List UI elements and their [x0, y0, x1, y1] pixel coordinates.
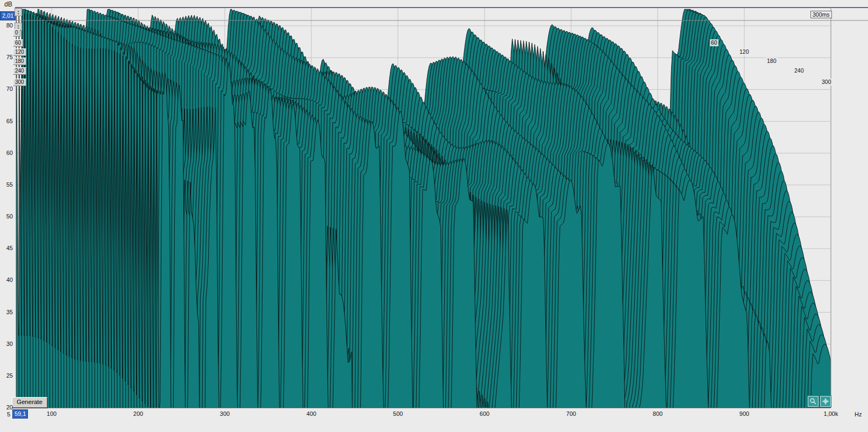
cursor-tool-button[interactable] — [820, 396, 831, 407]
time-axis-label-left: 0 — [13, 29, 20, 37]
x-tick-label: 300 — [220, 411, 230, 417]
magnifier-icon — [809, 398, 817, 405]
scale-value-selected[interactable]: 2,01 — [0, 11, 16, 20]
time-axis-label-left: 180 — [13, 58, 26, 65]
x-tick-label: 700 — [566, 411, 576, 417]
time-axis-label-right: 300 — [821, 79, 833, 86]
x-tick-label: 800 — [653, 411, 663, 417]
x-axis-unit: Hz — [855, 412, 862, 417]
y-tick-label: 60 — [0, 150, 13, 156]
y-tick-label: 70 — [0, 86, 13, 92]
y-axis-unit: dB — [4, 1, 12, 8]
y-tick-label: 40 — [0, 277, 13, 283]
y-tick-label: 45 — [0, 245, 13, 251]
x-tick-label: 200 — [133, 411, 143, 417]
y-tick-label: 55 — [0, 182, 13, 188]
waterfall-slices — [16, 9, 831, 432]
generate-button[interactable]: Generate — [12, 397, 47, 408]
x-tick-label: 400 — [307, 411, 316, 417]
x-axis-first-label: 5 — [7, 412, 10, 417]
waterfall-chart[interactable] — [0, 0, 868, 432]
cursor-frequency-readout[interactable]: 59,1 — [12, 409, 28, 419]
time-axis-label-left: 240 — [13, 67, 26, 75]
time-window-label: 300ms — [810, 11, 832, 18]
x-tick-label: 100 — [47, 411, 56, 417]
y-tick-label: 30 — [0, 341, 13, 347]
time-axis-label-right: 240 — [793, 67, 805, 74]
y-tick-label: 80 — [0, 23, 13, 29]
time-axis-label-left: 120 — [13, 48, 26, 56]
y-tick-label: 20 — [0, 405, 13, 410]
time-axis-label-left: 60 — [13, 39, 23, 47]
zoom-tool-button[interactable] — [808, 396, 819, 407]
x-tick-label: 600 — [480, 411, 489, 417]
y-tick-label: 65 — [0, 118, 13, 124]
time-axis-label-right: 120 — [738, 48, 750, 55]
y-tick-label: 75 — [0, 54, 13, 60]
y-tick-label: 25 — [0, 373, 13, 379]
time-axis-label-right: 180 — [766, 58, 778, 65]
y-tick-label: 35 — [0, 309, 13, 315]
time-axis-label-right: 60 — [710, 39, 718, 46]
y-tick-label: 50 — [0, 214, 13, 219]
crosshair-icon — [822, 398, 829, 405]
x-tick-label: 1,00k — [824, 411, 838, 417]
x-tick-label: 900 — [739, 411, 749, 417]
spinner-control-top[interactable]: ▴▾ — [15, 8, 22, 16]
x-tick-label: 500 — [393, 411, 403, 417]
waterfall-analyzer-window: dB 2,01 ▴▾ ▴▾ 300ms Generate 5 59,1 Hz 8… — [0, 0, 868, 432]
spinner-down-icon[interactable]: ▾ — [18, 12, 19, 15]
time-axis-label-left: 300 — [13, 79, 26, 86]
